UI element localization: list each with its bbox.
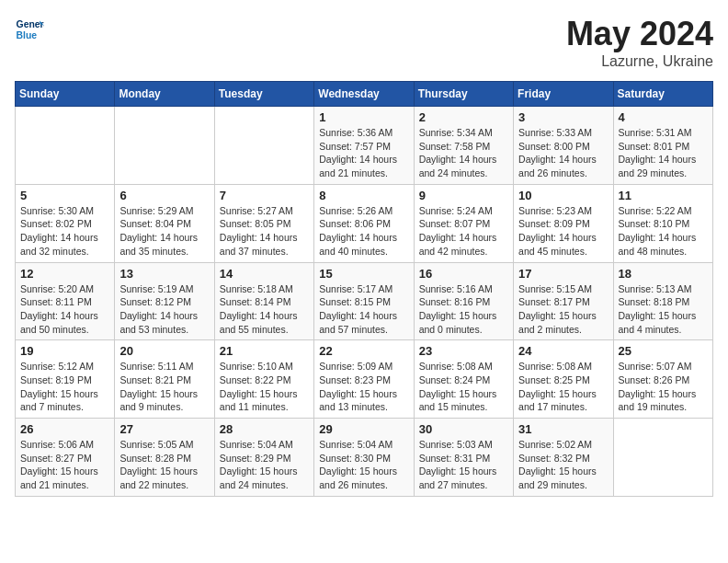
day-info: Sunrise: 5:11 AM Sunset: 8:21 PM Dayligh… (119, 360, 209, 414)
calendar-cell: 21Sunrise: 5:10 AM Sunset: 8:22 PM Dayli… (214, 340, 313, 419)
day-number: 28 (220, 422, 309, 436)
calendar-cell: 7Sunrise: 5:27 AM Sunset: 8:05 PM Daylig… (214, 184, 313, 262)
weekday-header-monday: Monday (115, 82, 214, 107)
day-info: Sunrise: 5:02 AM Sunset: 8:32 PM Dayligh… (518, 438, 608, 492)
calendar-week-2: 5Sunrise: 5:30 AM Sunset: 8:02 PM Daylig… (16, 184, 713, 262)
day-info: Sunrise: 5:03 AM Sunset: 8:31 PM Dayligh… (419, 438, 508, 492)
weekday-header-tuesday: Tuesday (214, 82, 313, 107)
calendar-cell: 2Sunrise: 5:34 AM Sunset: 7:58 PM Daylig… (414, 107, 513, 185)
day-number: 14 (220, 267, 309, 281)
calendar-cell: 8Sunrise: 5:26 AM Sunset: 8:06 PM Daylig… (314, 184, 414, 262)
calendar-cell: 25Sunrise: 5:07 AM Sunset: 8:26 PM Dayli… (613, 340, 712, 419)
day-info: Sunrise: 5:22 AM Sunset: 8:10 PM Dayligh… (619, 204, 708, 259)
calendar-cell: 18Sunrise: 5:13 AM Sunset: 8:18 PM Dayli… (613, 262, 712, 340)
weekday-header-thursday: Thursday (414, 82, 513, 107)
calendar-cell: 5Sunrise: 5:30 AM Sunset: 8:02 PM Daylig… (16, 184, 115, 262)
day-info: Sunrise: 5:06 AM Sunset: 8:27 PM Dayligh… (20, 438, 109, 492)
day-number: 9 (419, 189, 508, 202)
day-number: 19 (20, 344, 109, 358)
day-number: 31 (518, 422, 608, 436)
day-number: 13 (119, 267, 209, 281)
calendar-cell: 24Sunrise: 5:08 AM Sunset: 8:25 PM Dayli… (514, 340, 613, 419)
day-number: 3 (518, 110, 608, 124)
day-info: Sunrise: 5:10 AM Sunset: 8:22 PM Dayligh… (220, 360, 309, 414)
weekday-header-wednesday: Wednesday (314, 82, 414, 107)
day-info: Sunrise: 5:18 AM Sunset: 8:14 PM Dayligh… (220, 282, 309, 337)
calendar-week-3: 12Sunrise: 5:20 AM Sunset: 8:11 PM Dayli… (16, 262, 713, 340)
calendar-cell: 22Sunrise: 5:09 AM Sunset: 8:23 PM Dayli… (314, 340, 414, 419)
day-number: 5 (20, 189, 109, 202)
calendar-cell: 20Sunrise: 5:11 AM Sunset: 8:21 PM Dayli… (115, 340, 214, 419)
calendar-week-5: 26Sunrise: 5:06 AM Sunset: 8:27 PM Dayli… (16, 419, 713, 497)
calendar-cell: 1Sunrise: 5:36 AM Sunset: 7:57 PM Daylig… (314, 107, 414, 185)
calendar-cell: 31Sunrise: 5:02 AM Sunset: 8:32 PM Dayli… (514, 419, 613, 497)
day-number: 21 (220, 344, 309, 358)
title-month: May 2024 (566, 15, 713, 53)
calendar-cell: 14Sunrise: 5:18 AM Sunset: 8:14 PM Dayli… (214, 262, 313, 340)
day-number: 23 (419, 344, 508, 358)
day-number: 22 (319, 344, 408, 358)
logo-icon: General Blue (15, 15, 44, 44)
day-number: 20 (119, 344, 209, 358)
calendar-table: SundayMondayTuesdayWednesdayThursdayFrid… (15, 81, 713, 497)
day-info: Sunrise: 5:04 AM Sunset: 8:29 PM Dayligh… (220, 438, 309, 492)
day-number: 4 (619, 110, 708, 124)
calendar-cell: 28Sunrise: 5:04 AM Sunset: 8:29 PM Dayli… (214, 419, 313, 497)
day-info: Sunrise: 5:31 AM Sunset: 8:01 PM Dayligh… (619, 126, 708, 180)
day-number: 15 (319, 267, 408, 281)
day-number: 26 (20, 422, 109, 436)
calendar-cell: 16Sunrise: 5:16 AM Sunset: 8:16 PM Dayli… (414, 262, 513, 340)
calendar-cell: 15Sunrise: 5:17 AM Sunset: 8:15 PM Dayli… (314, 262, 414, 340)
calendar-week-4: 19Sunrise: 5:12 AM Sunset: 8:19 PM Dayli… (16, 340, 713, 419)
day-number: 7 (220, 189, 309, 202)
day-info: Sunrise: 5:29 AM Sunset: 8:04 PM Dayligh… (119, 204, 209, 259)
day-info: Sunrise: 5:15 AM Sunset: 8:17 PM Dayligh… (518, 282, 608, 337)
day-number: 6 (119, 189, 209, 202)
day-info: Sunrise: 5:16 AM Sunset: 8:16 PM Dayligh… (419, 282, 508, 337)
day-info: Sunrise: 5:08 AM Sunset: 8:25 PM Dayligh… (518, 360, 608, 414)
weekday-header-sunday: Sunday (16, 82, 115, 107)
day-info: Sunrise: 5:08 AM Sunset: 8:24 PM Dayligh… (419, 360, 508, 414)
day-info: Sunrise: 5:30 AM Sunset: 8:02 PM Dayligh… (20, 204, 109, 259)
title-block: May 2024 Lazurne, Ukraine (566, 15, 713, 70)
day-info: Sunrise: 5:05 AM Sunset: 8:28 PM Dayligh… (119, 438, 209, 492)
day-number: 27 (119, 422, 209, 436)
day-info: Sunrise: 5:12 AM Sunset: 8:19 PM Dayligh… (20, 360, 109, 414)
day-info: Sunrise: 5:24 AM Sunset: 8:07 PM Dayligh… (419, 204, 508, 259)
day-number: 12 (20, 267, 109, 281)
day-number: 18 (619, 267, 708, 281)
day-info: Sunrise: 5:09 AM Sunset: 8:23 PM Dayligh… (319, 360, 408, 414)
day-info: Sunrise: 5:07 AM Sunset: 8:26 PM Dayligh… (619, 360, 708, 414)
day-number: 2 (419, 110, 508, 124)
day-info: Sunrise: 5:36 AM Sunset: 7:57 PM Dayligh… (319, 126, 408, 180)
calendar-cell (115, 107, 214, 185)
calendar-cell (613, 419, 712, 497)
calendar-cell: 29Sunrise: 5:04 AM Sunset: 8:30 PM Dayli… (314, 419, 414, 497)
calendar-cell: 27Sunrise: 5:05 AM Sunset: 8:28 PM Dayli… (115, 419, 214, 497)
calendar-cell (16, 107, 115, 185)
logo: General Blue (15, 15, 44, 44)
calendar-cell: 23Sunrise: 5:08 AM Sunset: 8:24 PM Dayli… (414, 340, 513, 419)
calendar-cell: 10Sunrise: 5:23 AM Sunset: 8:09 PM Dayli… (514, 184, 613, 262)
calendar-cell: 17Sunrise: 5:15 AM Sunset: 8:17 PM Dayli… (514, 262, 613, 340)
day-number: 29 (319, 422, 408, 436)
day-info: Sunrise: 5:34 AM Sunset: 7:58 PM Dayligh… (419, 126, 508, 180)
calendar-cell (214, 107, 313, 185)
day-number: 8 (319, 189, 408, 202)
day-number: 24 (518, 344, 608, 358)
day-info: Sunrise: 5:33 AM Sunset: 8:00 PM Dayligh… (518, 126, 608, 180)
calendar-cell: 19Sunrise: 5:12 AM Sunset: 8:19 PM Dayli… (16, 340, 115, 419)
calendar-cell: 30Sunrise: 5:03 AM Sunset: 8:31 PM Dayli… (414, 419, 513, 497)
day-info: Sunrise: 5:19 AM Sunset: 8:12 PM Dayligh… (119, 282, 209, 337)
title-location: Lazurne, Ukraine (566, 53, 713, 70)
svg-text:Blue: Blue (17, 30, 38, 40)
day-info: Sunrise: 5:04 AM Sunset: 8:30 PM Dayligh… (319, 438, 408, 492)
day-info: Sunrise: 5:26 AM Sunset: 8:06 PM Dayligh… (319, 204, 408, 259)
calendar-cell: 26Sunrise: 5:06 AM Sunset: 8:27 PM Dayli… (16, 419, 115, 497)
day-info: Sunrise: 5:17 AM Sunset: 8:15 PM Dayligh… (319, 282, 408, 337)
day-info: Sunrise: 5:23 AM Sunset: 8:09 PM Dayligh… (518, 204, 608, 259)
day-number: 17 (518, 267, 608, 281)
calendar-cell: 6Sunrise: 5:29 AM Sunset: 8:04 PM Daylig… (115, 184, 214, 262)
day-info: Sunrise: 5:27 AM Sunset: 8:05 PM Dayligh… (220, 204, 309, 259)
day-number: 10 (518, 189, 608, 202)
